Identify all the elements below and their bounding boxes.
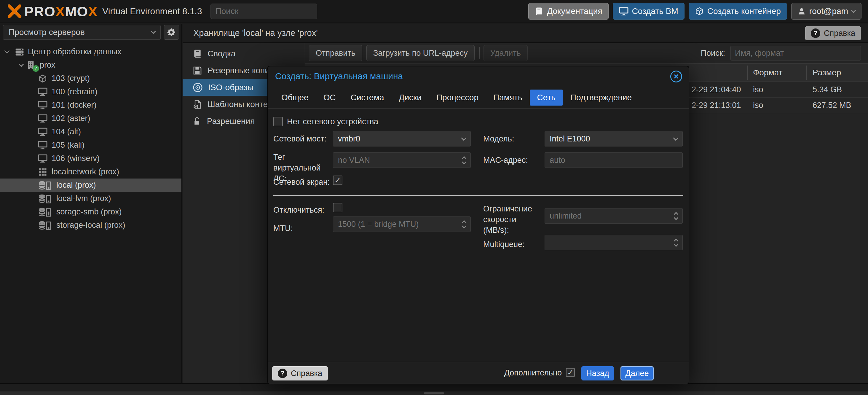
cell-date: 2-29 21:04:40	[692, 85, 741, 94]
documentation-button[interactable]: Документация	[528, 3, 608, 20]
create-vm-button[interactable]: Создать ВМ	[613, 3, 684, 20]
column-header-format[interactable]: Формат	[753, 68, 782, 78]
tree-item-vm-102[interactable]: 102 (aster)	[0, 112, 181, 125]
cell-size: 5.34 GB	[812, 85, 842, 94]
tree-item-sorage-smb[interactable]: sorage-smb (prox)	[0, 205, 181, 218]
storage-icon	[37, 180, 54, 190]
tree-item-vm-100[interactable]: 100 (rebrain)	[0, 85, 181, 98]
vm-icon	[37, 114, 49, 123]
close-icon[interactable]: ×	[670, 70, 682, 83]
tab-system[interactable]: Система	[343, 90, 392, 105]
tree-item-storage-local[interactable]: storage-local (prox)	[0, 218, 181, 232]
global-search-input[interactable]	[211, 4, 317, 19]
table-search-input[interactable]	[731, 46, 861, 60]
gear-icon	[166, 28, 176, 37]
disconnect-label: Отключиться:	[273, 205, 324, 215]
storage-icon	[37, 220, 54, 231]
advanced-checkbox[interactable]	[566, 368, 575, 377]
tab-general[interactable]: Общее	[274, 90, 316, 105]
upload-button[interactable]: Отправить	[309, 45, 362, 61]
download-url-button[interactable]: Загрузить по URL-адресу	[366, 45, 475, 61]
settings-gear-button[interactable]	[164, 25, 179, 40]
chevron-down-icon	[151, 29, 156, 34]
create-vm-dialog: Создать: Виртуальная машина × Общее ОС С…	[268, 66, 689, 384]
iso-toolbar: Отправить Загрузить по URL-адресу Удалит…	[305, 43, 868, 63]
tree-item-vm-104[interactable]: 104 (alt)	[0, 125, 181, 139]
chevron-down-icon	[673, 135, 678, 141]
model-label: Модель:	[483, 133, 514, 144]
tree-item-local-lvm[interactable]: local-lvm (prox)	[0, 192, 181, 205]
node-icon: ✓	[25, 60, 37, 70]
splitter-drag-handle[interactable]	[424, 392, 444, 394]
proxmox-x-icon	[6, 3, 23, 19]
spinner-arrows-icon[interactable]	[462, 221, 466, 228]
expander-icon[interactable]	[19, 61, 24, 67]
tree-item-node-prox[interactable]: ✓ prox	[0, 58, 181, 72]
model-combobox[interactable]: Intel E1000	[545, 131, 683, 147]
chevron-down-icon	[851, 8, 856, 13]
toolbar-separator	[479, 47, 480, 59]
dialog-tabs: Общее ОС Система Диски Процессор Память …	[274, 90, 639, 105]
firewall-checkbox[interactable]	[333, 176, 342, 185]
menu-item-summary[interactable]: Сводка	[183, 45, 305, 62]
create-container-button[interactable]: Создать контейнер	[689, 3, 787, 20]
tab-confirm[interactable]: Подтверждение	[563, 90, 639, 105]
page-title: Хранилище 'local' на узле 'prox'	[193, 28, 318, 38]
view-selector[interactable]: Просмотр серверов	[3, 25, 161, 40]
disconnect-checkbox[interactable]	[333, 203, 342, 212]
storage-icon	[37, 207, 54, 217]
product-version: Virtual Environment 8.1.3	[102, 6, 202, 16]
mac-input[interactable]: auto	[545, 152, 683, 168]
book-icon	[534, 7, 544, 16]
vm-icon	[37, 141, 49, 150]
tab-network[interactable]: Сеть	[530, 90, 563, 105]
next-button[interactable]: Далее	[620, 366, 654, 381]
question-icon: ?	[811, 28, 820, 38]
proxmox-screen: PROXMOX Virtual Environment 8.1.3 Докуме…	[0, 0, 868, 395]
content-help-button[interactable]: ? Справка	[805, 26, 861, 40]
bridge-combobox[interactable]: vmbr0	[333, 131, 471, 147]
back-button[interactable]: Назад	[581, 366, 614, 381]
spinner-arrows-icon[interactable]	[675, 239, 678, 246]
tab-disks[interactable]: Диски	[391, 90, 429, 105]
tree-item-datacenter[interactable]: Центр обработки данных	[0, 45, 181, 58]
vm-icon	[37, 100, 49, 110]
content-header: Хранилище 'local' на узле 'prox' ? Справ…	[183, 24, 868, 43]
multiqueue-spinner[interactable]	[545, 235, 683, 250]
mtu-label: MTU:	[273, 223, 293, 234]
spinner-arrows-icon[interactable]	[675, 213, 678, 219]
no-network-label: Нет сетевого устройства	[287, 116, 378, 127]
tree-item-vm-101[interactable]: 101 (docker)	[0, 98, 181, 112]
tree-item-vm-105[interactable]: 105 (kali)	[0, 139, 181, 152]
logo-word: PROXMOX	[24, 3, 97, 20]
spinner-arrows-icon[interactable]	[462, 157, 466, 164]
expander-icon[interactable]	[4, 48, 9, 53]
sidebar-header: Просмотр серверов	[0, 24, 181, 41]
tree-item-localnetwork[interactable]: localnetwork (prox)	[0, 165, 181, 179]
monitor-icon	[619, 7, 628, 16]
tab-cpu[interactable]: Процессор	[429, 90, 486, 105]
vlan-spinner[interactable]: no VLAN	[333, 152, 471, 168]
tab-memory[interactable]: Память	[486, 90, 530, 105]
chevron-down-icon	[461, 135, 466, 141]
no-network-checkbox[interactable]	[273, 117, 283, 126]
tab-os[interactable]: ОС	[316, 90, 343, 105]
container-icon	[37, 74, 49, 83]
mtu-spinner[interactable]: 1500 (1 = bridge MTU)	[333, 216, 471, 232]
storage-icon	[37, 194, 54, 204]
rate-limit-spinner[interactable]: unlimited	[545, 208, 683, 223]
column-header-size[interactable]: Размер	[812, 68, 841, 78]
dialog-help-button[interactable]: ? Справка	[272, 366, 328, 381]
tree-item-vm-106[interactable]: 106 (winserv)	[0, 152, 181, 165]
tree-item-vm-103[interactable]: 103 (crypt)	[0, 72, 181, 85]
remove-button[interactable]: Удалить	[484, 45, 528, 61]
user-menu-button[interactable]: root@pam	[791, 3, 862, 20]
table-search: Поиск:	[701, 46, 861, 60]
proxmox-logo: PROXMOX	[6, 3, 97, 20]
top-actions: Документация Создать ВМ Создать контейне…	[528, 3, 862, 20]
sidebar: Просмотр серверов Центр обраб	[0, 24, 182, 384]
tree-item-local-storage[interactable]: local (prox)	[0, 179, 181, 192]
node-online-badge: ✓	[33, 65, 39, 72]
column-divider	[806, 65, 807, 80]
network-icon	[37, 168, 49, 177]
